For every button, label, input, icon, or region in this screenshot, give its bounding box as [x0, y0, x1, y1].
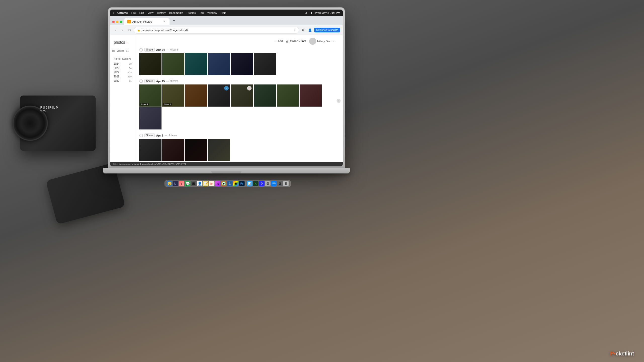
photo-item[interactable]	[300, 84, 322, 107]
photo-item[interactable]	[139, 107, 162, 129]
relaunch-button[interactable]: Relaunch to update	[314, 28, 340, 32]
dock-icon-itunes[interactable]: ♫	[215, 181, 221, 186]
dock-icon-settings[interactable]: ⚙	[265, 181, 271, 186]
photo-item[interactable]	[139, 139, 162, 161]
photo-thumbnail	[139, 53, 162, 75]
status-url: https://www.amazon.com/photos/all/galler…	[113, 163, 186, 165]
battery-icon: ▮	[310, 11, 313, 15]
extensions-button[interactable]: ⊞	[301, 27, 306, 33]
sidebar-years: 20243020235420227352021890202051	[110, 62, 135, 83]
view-mode-toggle[interactable]: ⊞ Videos 11	[112, 49, 129, 53]
photo-item[interactable]	[231, 53, 253, 75]
year-label: 2023	[114, 67, 119, 69]
year-label: 2024	[114, 62, 119, 65]
menu-tab[interactable]: Tab	[199, 11, 204, 14]
profile-button[interactable]: 👤	[307, 27, 313, 33]
photo-item[interactable]: ✓	[208, 84, 230, 107]
fullscreen-window-button[interactable]	[120, 21, 122, 23]
menu-window[interactable]: Window	[207, 11, 217, 14]
dock-icon-photos[interactable]: ◉	[233, 181, 239, 186]
photo-check-icon[interactable]: ✓	[224, 86, 229, 90]
group-date-2: Apr 8	[156, 134, 163, 137]
photo-item[interactable]: Photo 1	[139, 84, 162, 107]
dock-icon-activity[interactable]: 📊	[247, 181, 253, 186]
group-select-1[interactable]	[139, 79, 143, 83]
menubar-right: ⊿ ▮ Wed May 8 2:08 PM	[304, 11, 340, 15]
menubar-left:  Chrome File Edit View History Bookmark…	[113, 11, 226, 15]
minimize-window-button[interactable]	[116, 21, 118, 23]
url-text: amazon.com/photos/all?pageIndex=0	[142, 29, 292, 32]
photo-item[interactable]	[208, 53, 230, 75]
menu-bookmarks[interactable]: Bookmarks	[169, 11, 183, 14]
browser-tab-amazon-photos[interactable]: a Amazon Photos ✕	[124, 18, 170, 25]
reload-button[interactable]: ↻	[127, 27, 132, 33]
photo-heart-icon[interactable]: ♡	[247, 86, 252, 90]
dock-icon-dash[interactable]: D	[259, 181, 265, 186]
dock-icon-finder[interactable]: 😊	[167, 181, 172, 186]
address-input[interactable]: 🔒 amazon.com/photos/all?pageIndex=0 ☆	[134, 27, 299, 34]
photo-item[interactable]	[162, 53, 184, 75]
photo-item[interactable]: Photo 2	[162, 84, 184, 107]
menu-file[interactable]: File	[131, 11, 136, 14]
dock-icon-1password[interactable]: 1	[227, 181, 233, 186]
add-button[interactable]: + Add	[275, 39, 283, 43]
menu-history[interactable]: History	[157, 11, 166, 14]
watermark-dot: •	[614, 350, 616, 357]
share-button-2[interactable]: Share	[144, 133, 155, 137]
close-window-button[interactable]	[112, 21, 115, 23]
dock-icon-xcode[interactable]: ⌨	[271, 181, 277, 186]
share-button-1[interactable]: Share	[144, 79, 155, 83]
photo-thumbnail	[162, 139, 184, 161]
photo-item[interactable]	[254, 53, 276, 75]
sidebar-year-2020[interactable]: 202051	[110, 79, 135, 83]
photo-item[interactable]	[185, 139, 207, 161]
dock-icon-music[interactable]: ♪	[179, 181, 184, 186]
group-select-0[interactable]	[139, 48, 143, 52]
sidebar-year-2022[interactable]: 2022735	[110, 70, 135, 74]
photo-item[interactable]	[162, 139, 184, 161]
dock-icon-notes[interactable]: 📝	[203, 181, 209, 186]
photo-thumbnail	[185, 53, 207, 75]
share-button-0[interactable]: Share	[144, 48, 155, 52]
dock-icon-simulator[interactable]: 📱	[277, 181, 283, 186]
dock-icon-ps[interactable]: Ps	[239, 181, 245, 186]
tab-close-button[interactable]: ✕	[163, 20, 167, 23]
group-dash-1: —	[166, 80, 169, 82]
photo-item[interactable]	[277, 84, 299, 107]
macbook-screen:  Chrome File Edit View History Bookmark…	[110, 10, 343, 166]
photo-item[interactable]: ♡	[231, 84, 253, 107]
menu-edit[interactable]: Edit	[139, 11, 144, 14]
photo-item[interactable]	[139, 53, 162, 75]
dock-icon-grid[interactable]: ⊞	[191, 181, 196, 186]
forward-button[interactable]: ›	[120, 27, 125, 33]
photo-thumbnail	[208, 139, 230, 161]
photo-item[interactable]	[208, 139, 230, 161]
new-tab-button[interactable]: +	[171, 17, 178, 24]
dock-icon-contacts[interactable]: 👤	[197, 181, 203, 186]
dock-icon-keynote[interactable]: ▶	[209, 181, 215, 186]
menu-profiles[interactable]: Profiles	[187, 11, 196, 14]
group-select-2[interactable]	[139, 134, 143, 137]
group-header-0: ShareApr 24—6 items	[139, 48, 335, 52]
dock-icon-chrome[interactable]: ●	[221, 181, 227, 186]
order-prints-button[interactable]: 🖨 Order Prints	[286, 39, 306, 43]
collapse-button[interactable]: ›	[337, 99, 341, 103]
sidebar-year-2024[interactable]: 202430	[110, 62, 135, 66]
photo-item[interactable]	[185, 84, 207, 107]
dock-icon-lr[interactable]: Lr	[173, 181, 178, 186]
sidebar-year-2021[interactable]: 2021890	[110, 74, 135, 79]
menu-view[interactable]: View	[148, 11, 154, 14]
sidebar-year-2023[interactable]: 202354	[110, 66, 135, 70]
photo-item[interactable]	[185, 53, 207, 75]
menu-help[interactable]: Help	[221, 11, 226, 14]
user-menu[interactable]: Hillary Dar... ▾	[309, 38, 335, 45]
dock-icon-messages[interactable]: 💬	[185, 181, 190, 186]
photo-item[interactable]	[254, 84, 276, 107]
dock-icon-trash[interactable]: 🗑	[283, 181, 289, 186]
videos-label: Videos	[117, 50, 124, 52]
back-button[interactable]: ‹	[113, 27, 118, 33]
main-photo-content[interactable]: + Add 🖨 Order Prints Hillary Dar... ▾	[135, 35, 339, 166]
menu-app-name[interactable]: Chrome	[117, 11, 128, 14]
dock-icon-iterm[interactable]: >_	[253, 181, 259, 186]
photo-group-2: ShareApr 8—4 items	[139, 133, 335, 161]
